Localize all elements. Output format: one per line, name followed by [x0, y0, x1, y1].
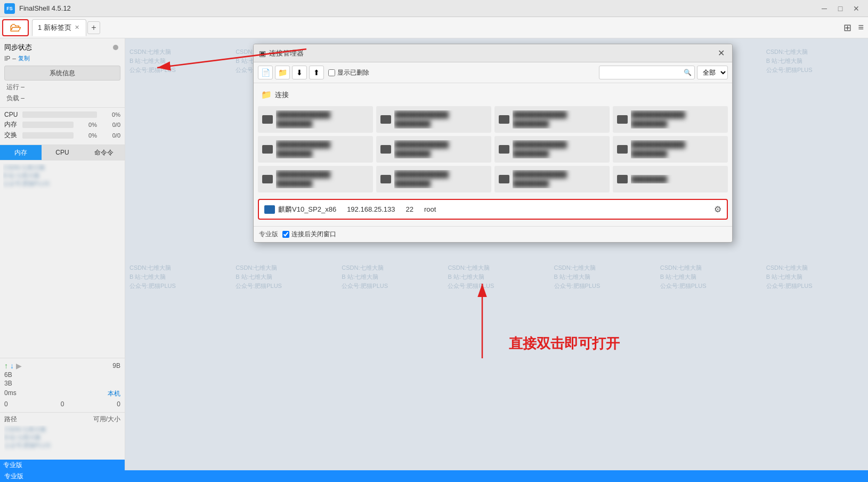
- connection-item[interactable]: ████████████ ████████: [494, 166, 610, 192]
- tab-cpu[interactable]: CPU: [42, 145, 83, 160]
- dialog-overlay: ▣ 连接管理器 ✕ 📄 📁 ⬇: [125, 38, 868, 470]
- cpu-stat-row: CPU 0%: [4, 111, 120, 118]
- connection-item[interactable]: ████████████ ████████: [613, 136, 728, 163]
- search-input[interactable]: [599, 66, 695, 79]
- connection-item[interactable]: ████████████ ████████: [494, 136, 610, 163]
- tab-close-button[interactable]: ✕: [74, 24, 80, 31]
- close-after-connect-checkbox[interactable]: [282, 231, 289, 238]
- export-button[interactable]: ⬆: [309, 66, 324, 79]
- conn-item-text: ████████████ ████████: [513, 170, 605, 188]
- import-button[interactable]: ⬇: [292, 66, 307, 79]
- close-after-connect-text: 连接后关闭窗口: [291, 230, 336, 239]
- add-tab-button[interactable]: +: [87, 21, 100, 34]
- toolbar-right: ⊞ ≡: [841, 20, 866, 36]
- ping-counters: 0 0 0: [4, 399, 120, 409]
- connection-manager-dialog: ▣ 连接管理器 ✕ 📄 📁 ⬇: [253, 44, 733, 243]
- pro-label: 专业版: [3, 461, 22, 470]
- import-icon: ⬇: [296, 68, 303, 77]
- dialog-icon: ▣: [259, 49, 266, 58]
- disk-header: 路径 可用/大小: [4, 415, 120, 424]
- arrow-down-icon: ↓: [10, 362, 14, 370]
- search-box: 🔍: [599, 66, 695, 79]
- conn-item-text: ████████████ ████████: [631, 110, 724, 128]
- settings-icon[interactable]: ⚙: [714, 204, 721, 214]
- selected-conn-name: 麒麟V10_SP2_x86: [264, 205, 336, 214]
- conn-name-text: 麒麟V10_SP2_x86: [278, 205, 336, 214]
- tab-command[interactable]: 命令令: [83, 145, 125, 160]
- connection-item[interactable]: ████████████ ████████: [376, 136, 491, 163]
- show-deleted-label: 显示已删除: [328, 68, 369, 77]
- new-doc-icon: 📄: [261, 68, 270, 77]
- connection-item[interactable]: ████████████ ████████: [613, 106, 728, 133]
- connection-item[interactable]: ████████████ ████████: [494, 106, 610, 133]
- cpu-label: CPU: [4, 111, 20, 118]
- conn-icon: [499, 175, 509, 183]
- network-3b-value: 3B: [4, 380, 12, 387]
- tab-memory[interactable]: 内存: [0, 145, 42, 160]
- close-button[interactable]: ✕: [849, 2, 864, 15]
- sidebar-content: CSDN:七维大脑B 站:七维大脑公众号:肥猫PLUS: [0, 160, 125, 358]
- conn-icon: [380, 175, 391, 183]
- tab-newtab[interactable]: 1 新标签页 ✕: [32, 19, 86, 36]
- copy-ip-button[interactable]: 复制: [18, 54, 30, 62]
- main-content: 同步状态 IP – 复制 系统信息 运行 – 负载 – CPU: [0, 38, 868, 470]
- run-row: 运行 –: [4, 83, 120, 92]
- sync-indicator: [113, 45, 118, 50]
- mem-bar: [22, 122, 74, 128]
- new-folder-button[interactable]: 📁: [275, 66, 290, 79]
- network-up-row: ↑ ↓ ▶ 9B: [4, 362, 120, 370]
- selected-connection-row[interactable]: 麒麟V10_SP2_x86 192.168.25.133 22 root ⚙: [258, 199, 728, 220]
- run-label: 运行 –: [6, 83, 25, 92]
- connection-item[interactable]: ████████████ ████████: [376, 106, 491, 133]
- network-down-row: 6B: [4, 371, 120, 379]
- connection-item[interactable]: ████████████ ████████: [258, 106, 373, 133]
- dialog-title-bar: ▣ 连接管理器 ✕: [254, 44, 732, 62]
- dialog-close-button[interactable]: ✕: [715, 47, 727, 59]
- disk-path-label: 路径: [4, 415, 17, 424]
- main-menu-icon[interactable]: ≡: [856, 20, 866, 36]
- show-deleted-checkbox[interactable]: [328, 69, 335, 76]
- new-connection-button[interactable]: 📄: [258, 66, 273, 79]
- swap-bar: [22, 132, 74, 139]
- net-arrows: ↑ ↓ ▶: [4, 362, 22, 370]
- ping-val3: 0: [117, 400, 120, 408]
- folder-open-icon: 📁: [261, 90, 272, 100]
- open-connection-manager-button[interactable]: 🗁: [2, 19, 29, 36]
- folder-icon: 📁: [278, 68, 287, 77]
- main-area: CSDN:七维大脑 B 站:七维大脑 公众号:肥猫PLUS CSDN:七维大脑 …: [125, 38, 868, 470]
- connection-folder-row: 📁 连接: [258, 87, 728, 102]
- conn-item-text: ████████████ ████████: [513, 140, 605, 158]
- conn-item-text: ████████████ ████████: [394, 140, 487, 158]
- conn-icon: [262, 115, 273, 124]
- ping-value: 0ms: [4, 389, 17, 398]
- connection-item[interactable]: ████████████ ████████: [376, 166, 491, 192]
- conn-detail: ████████: [276, 119, 369, 128]
- conn-port-value: 22: [406, 205, 413, 213]
- cpu-value: 0%: [99, 111, 120, 118]
- search-icon: 🔍: [684, 69, 692, 76]
- conn-icon: [617, 145, 628, 154]
- system-info-button[interactable]: 系统信息: [4, 66, 120, 81]
- ip-row: IP – 复制: [4, 54, 120, 62]
- filter-select[interactable]: 全部: [697, 66, 728, 79]
- connection-item[interactable]: ████████████ ████████: [258, 166, 373, 192]
- conn-item-text: ████████████ ████████: [394, 110, 487, 128]
- minimize-button[interactable]: ─: [817, 2, 832, 15]
- conn-icon: [617, 175, 628, 183]
- dialog-footer: 专业版 连接后关闭窗口: [254, 226, 732, 242]
- load-row: 负载 –: [4, 94, 120, 103]
- app-icon: FS: [4, 3, 15, 14]
- mem-size: 0/0: [99, 122, 120, 128]
- connection-item[interactable]: ████████████ ████████: [258, 136, 373, 163]
- conn-icon: [380, 115, 391, 124]
- cpu-bar: [22, 111, 97, 118]
- maximize-button[interactable]: □: [833, 2, 848, 15]
- arrow-up-icon: ↑: [4, 362, 8, 370]
- connection-item[interactable]: ████████: [613, 166, 728, 192]
- footer-pro-label: 专业版: [259, 230, 278, 239]
- swap-value: 0%: [76, 132, 97, 139]
- network-section: ↑ ↓ ▶ 9B 6B 3B 0ms 本机: [0, 358, 125, 412]
- grid-view-icon[interactable]: ⊞: [841, 20, 854, 36]
- mem-value: 0%: [76, 122, 97, 128]
- close-after-connect-label: 连接后关闭窗口: [282, 230, 336, 239]
